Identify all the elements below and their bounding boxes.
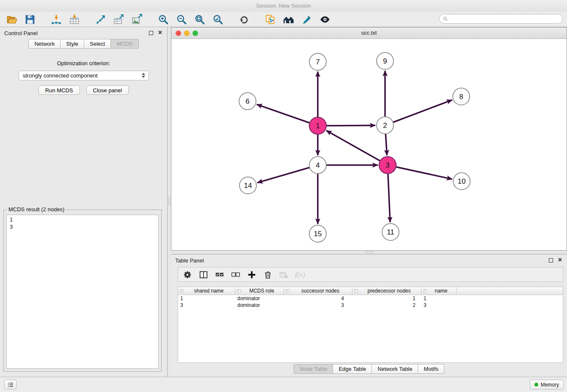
export-table-icon[interactable] — [112, 13, 126, 26]
tab-motifs[interactable]: Motifs — [418, 364, 444, 374]
column-sort-icon[interactable] — [179, 289, 184, 293]
zoom-selected-icon[interactable] — [211, 13, 225, 26]
network-graph[interactable]: 7968124314101511 — [171, 39, 567, 250]
table-cell[interactable]: 1 — [178, 295, 235, 301]
graph-node-11[interactable]: 11 — [382, 224, 399, 240]
table-cell[interactable]: 3 — [421, 302, 457, 308]
tab-select[interactable]: Select — [84, 39, 111, 49]
maximize-traffic-light-icon[interactable]: + — [193, 30, 198, 36]
export-image-icon[interactable] — [130, 13, 144, 26]
graph-edge-4-14[interactable] — [257, 165, 318, 183]
graph-node-15[interactable]: 15 — [309, 225, 326, 242]
close-panel-button[interactable]: Close panel — [86, 86, 129, 95]
svg-text:4: 4 — [316, 161, 319, 169]
table-panel-close-icon[interactable]: × — [558, 256, 562, 264]
column-sort-icon[interactable] — [285, 289, 290, 293]
graph-node-7[interactable]: 7 — [309, 53, 326, 70]
search-field[interactable] — [439, 14, 563, 24]
home-icon[interactable] — [282, 13, 295, 26]
control-panel-close-icon[interactable]: × — [158, 29, 162, 36]
column-header-successor-nodes[interactable]: successor nodes — [284, 287, 352, 295]
refresh-icon[interactable] — [237, 13, 251, 26]
settings-icon[interactable] — [182, 269, 193, 280]
tab-style[interactable]: Style — [61, 39, 84, 49]
add-row-icon[interactable] — [246, 269, 257, 280]
table-body: 1dominator4113dominator323 — [178, 295, 563, 309]
graph-node-10[interactable]: 10 — [453, 173, 470, 190]
graph-node-8[interactable]: 8 — [453, 88, 470, 105]
graph-edge-3-10[interactable] — [388, 165, 452, 179]
table-cell[interactable]: dominator — [235, 302, 284, 308]
graph-node-6[interactable]: 6 — [239, 93, 256, 110]
deselect-all-icon[interactable] — [230, 269, 241, 280]
graph-node-1[interactable]: 1 — [309, 117, 326, 134]
status-menu-button[interactable] — [4, 380, 17, 389]
table-cell[interactable]: 3 — [284, 302, 352, 308]
mcds-result-list[interactable]: 13 — [6, 215, 159, 369]
mcds-result-item[interactable]: 1 — [10, 216, 155, 223]
search-input[interactable] — [448, 16, 562, 22]
columns-icon[interactable] — [198, 269, 209, 280]
table-row[interactable]: 1dominator411 — [178, 295, 563, 302]
graph-edge-2-8[interactable] — [385, 100, 452, 125]
network-window-title: scc.txt — [171, 28, 567, 39]
show-hide-icon[interactable] — [318, 13, 332, 26]
criterion-dropdown[interactable]: strongly connected component — [19, 71, 149, 80]
import-table-icon[interactable] — [68, 13, 81, 26]
graph-edge-1-6[interactable] — [257, 105, 318, 126]
delete-table-icon — [278, 269, 289, 280]
node-table[interactable]: shared nameMCDS rolesuccessor nodesprede… — [178, 287, 563, 363]
delete-row-icon[interactable] — [262, 269, 273, 280]
table-cell[interactable]: 1 — [352, 295, 421, 301]
run-mcds-button[interactable]: Run MCDS — [39, 86, 80, 95]
graph-edge-3-1[interactable] — [326, 130, 388, 165]
memory-status-dot-icon — [534, 383, 538, 386]
table-cell[interactable]: 3 — [178, 302, 235, 308]
column-sort-icon[interactable] — [423, 289, 427, 293]
save-session-icon[interactable] — [23, 13, 37, 26]
column-header-mcds-role[interactable]: MCDS role — [235, 287, 284, 295]
select-all-icon[interactable] — [214, 269, 225, 280]
minimize-traffic-light-icon[interactable]: − — [184, 30, 190, 36]
column-header-name[interactable]: name — [421, 287, 457, 295]
zoom-out-icon[interactable] — [175, 13, 188, 26]
zoom-fit-icon[interactable] — [193, 13, 206, 26]
table-cell[interactable]: 2 — [352, 302, 421, 308]
horizontal-splitter[interactable] — [171, 251, 567, 254]
control-panel-tabs: NetworkStyleSelectMCDS — [0, 39, 167, 49]
control-panel-float-button[interactable] — [149, 31, 153, 35]
table-panel-float-button[interactable] — [549, 258, 553, 262]
column-sort-icon[interactable] — [354, 289, 358, 293]
tab-network-table[interactable]: Network Table — [372, 364, 418, 374]
export-network-icon[interactable] — [94, 13, 107, 26]
tab-network[interactable]: Network — [28, 39, 61, 49]
tab-node-table[interactable]: Node Table — [294, 364, 333, 374]
graph-node-2[interactable]: 2 — [377, 117, 394, 134]
network-canvas[interactable]: 7968124314101511 — [171, 39, 567, 250]
close-traffic-light-icon[interactable]: × — [176, 30, 181, 36]
optimization-criterion-label: Optimization criterion: — [0, 60, 167, 66]
table-row[interactable]: 3dominator323 — [178, 302, 563, 309]
zoom-in-icon[interactable] — [157, 13, 170, 26]
network-clipboard-icon[interactable] — [264, 13, 277, 26]
graph-node-9[interactable]: 9 — [377, 52, 394, 69]
tab-mcds[interactable]: MCDS — [111, 39, 138, 49]
column-sort-icon[interactable] — [237, 289, 241, 293]
graph-node-4[interactable]: 4 — [309, 157, 326, 174]
graph-node-3[interactable]: 3 — [379, 157, 396, 174]
graph-node-14[interactable]: 14 — [239, 177, 256, 194]
table-cell[interactable]: 1 — [421, 295, 457, 301]
import-network-icon[interactable] — [50, 13, 63, 26]
mcds-result-item[interactable]: 3 — [10, 223, 155, 230]
open-session-icon[interactable] — [5, 13, 19, 26]
memory-button[interactable]: Memory — [530, 380, 564, 389]
table-cell[interactable]: dominator — [235, 295, 284, 301]
table-cell[interactable]: 4 — [284, 295, 352, 301]
table-toolbar: f(x) — [178, 267, 563, 282]
column-header-shared-name[interactable]: shared name — [178, 287, 235, 295]
apply-style-icon[interactable] — [300, 13, 314, 26]
criterion-dropdown-value: strongly connected component — [23, 72, 98, 79]
tab-edge-table[interactable]: Edge Table — [333, 364, 372, 374]
vertical-splitter[interactable] — [168, 27, 171, 377]
column-header-predecessor-nodes[interactable]: predecessor nodes — [352, 287, 421, 295]
